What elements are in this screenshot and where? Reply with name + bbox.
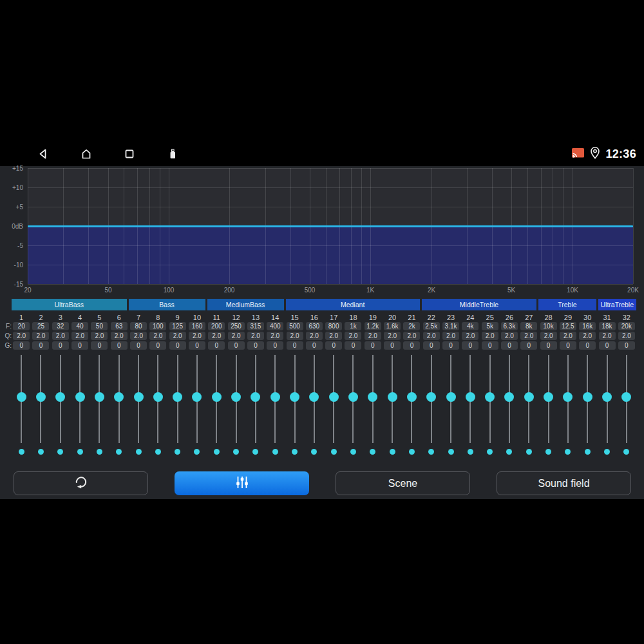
freq-value-box[interactable]: 10k [540,322,557,330]
q-value-box[interactable]: 2.0 [287,332,303,340]
band-slider[interactable] [129,355,148,444]
freq-value-box[interactable]: 1k [345,322,361,330]
slider-knob[interactable] [426,392,436,402]
freq-value-box[interactable]: 20 [13,322,30,330]
freq-value-box[interactable]: 4k [462,322,478,330]
q-value-box[interactable]: 2.0 [306,332,323,340]
band-slider[interactable] [305,355,324,444]
gain-value-box[interactable]: 0 [130,341,147,350]
freq-value-box[interactable]: 8k [520,322,537,330]
freq-value-box[interactable]: 630 [306,322,323,330]
freq-value-box[interactable]: 3.1k [442,322,459,330]
q-value-box[interactable]: 2.0 [130,332,147,340]
scene-button[interactable]: Scene [336,471,470,495]
q-value-box[interactable]: 2.0 [189,332,205,340]
band-slider[interactable] [363,355,383,444]
q-value-box[interactable]: 2.0 [325,332,342,340]
freq-value-box[interactable]: 25 [32,322,49,330]
sound-field-button[interactable]: Sound field [497,471,631,495]
gain-value-box[interactable]: 0 [501,341,518,350]
gain-value-box[interactable]: 0 [189,341,205,350]
freq-value-box[interactable]: 5k [482,322,498,330]
freq-value-box[interactable]: 50 [91,322,108,330]
slider-knob[interactable] [485,392,495,402]
slider-knob[interactable] [134,392,144,402]
q-value-box[interactable]: 2.0 [540,332,557,340]
band-slider[interactable] [480,355,500,444]
band-slider[interactable] [441,355,460,444]
slider-knob[interactable] [329,392,339,402]
q-value-box[interactable]: 2.0 [52,332,69,340]
slider-knob[interactable] [524,392,534,402]
q-value-box[interactable]: 2.0 [32,332,49,340]
band-slider[interactable] [500,355,519,444]
freq-value-box[interactable]: 500 [287,322,303,330]
slider-knob[interactable] [290,392,299,402]
band-slider[interactable] [578,355,597,444]
freq-value-box[interactable]: 18k [599,322,616,330]
freq-value-box[interactable]: 12.5 [560,322,576,330]
gain-value-box[interactable]: 0 [325,341,342,350]
slider-knob[interactable] [17,392,26,402]
band-slider[interactable] [617,355,636,444]
band-slider[interactable] [207,355,226,444]
band-slider[interactable] [31,355,50,444]
gain-value-box[interactable]: 0 [32,341,49,350]
band-slider[interactable] [51,355,70,444]
slider-knob[interactable] [544,392,553,402]
gain-value-box[interactable]: 0 [91,341,108,350]
slider-knob[interactable] [95,392,104,402]
slider-knob[interactable] [36,392,46,402]
band-slider[interactable] [265,355,285,444]
gain-value-box[interactable]: 0 [149,341,166,350]
band-slider[interactable] [187,355,207,444]
band-slider[interactable] [70,355,90,444]
q-value-box[interactable]: 2.0 [247,332,264,340]
band-slider[interactable] [90,355,109,444]
gain-value-box[interactable]: 0 [618,341,635,350]
q-value-box[interactable]: 2.0 [91,332,108,340]
q-value-box[interactable]: 2.0 [501,332,518,340]
freq-value-box[interactable]: 250 [228,322,245,330]
gain-value-box[interactable]: 0 [208,341,225,350]
slider-knob[interactable] [348,392,358,402]
slider-knob[interactable] [75,392,85,402]
slider-knob[interactable] [270,392,280,402]
band-slider[interactable] [148,355,167,444]
slider-knob[interactable] [407,392,417,402]
freq-value-box[interactable]: 40 [71,322,88,330]
gain-value-box[interactable]: 0 [71,341,88,350]
gain-value-box[interactable]: 0 [13,341,30,350]
q-value-box[interactable]: 2.0 [228,332,245,340]
slider-knob[interactable] [231,392,241,402]
q-value-box[interactable]: 2.0 [579,332,596,340]
gain-value-box[interactable]: 0 [365,341,381,350]
q-value-box[interactable]: 2.0 [111,332,128,340]
slider-knob[interactable] [192,392,202,402]
freq-value-box[interactable]: 2k [403,322,420,330]
freq-value-box[interactable]: 315 [247,322,264,330]
freq-value-box[interactable]: 20k [618,322,635,330]
q-value-box[interactable]: 2.0 [482,332,498,340]
q-value-box[interactable]: 2.0 [618,332,635,340]
q-value-box[interactable]: 2.0 [560,332,576,340]
gain-value-box[interactable]: 0 [560,341,576,350]
equalizer-button[interactable] [175,471,309,495]
freq-value-box[interactable]: 400 [267,322,283,330]
slider-knob[interactable] [153,392,163,402]
q-value-box[interactable]: 2.0 [345,332,361,340]
reset-button[interactable] [14,471,148,495]
freq-value-box[interactable]: 160 [189,322,205,330]
q-value-box[interactable]: 2.0 [384,332,401,340]
q-value-box[interactable]: 2.0 [149,332,166,340]
band-slider[interactable] [168,355,187,444]
gain-value-box[interactable]: 0 [403,341,420,350]
back-icon[interactable] [36,147,50,161]
gain-value-box[interactable]: 0 [540,341,557,350]
freq-value-box[interactable]: 1.6k [384,322,401,330]
recents-icon[interactable] [122,147,137,161]
freq-value-box[interactable]: 63 [111,322,128,330]
band-slider[interactable] [519,355,538,444]
gain-value-box[interactable]: 0 [52,341,69,350]
q-value-box[interactable]: 2.0 [442,332,459,340]
